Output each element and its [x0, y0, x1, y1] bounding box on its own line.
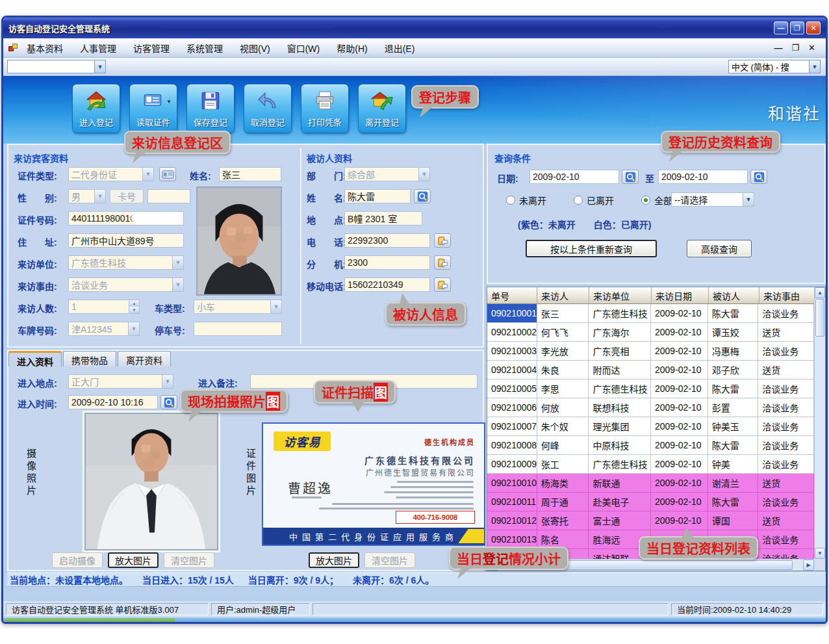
gender-combo[interactable]: 男▼ [68, 189, 106, 203]
date-from-field[interactable]: 2009-02-10 [529, 170, 619, 184]
table-row[interactable]: 090210004朱良附而达2009-02-10邓子欣送货 [487, 361, 814, 380]
vertical-scrollbar[interactable]: ▲ ▼ [814, 287, 825, 559]
column-header-0[interactable]: 单号 [487, 287, 537, 304]
menu-item-2[interactable]: 访客管理 [133, 42, 170, 55]
column-header-4[interactable]: 被访人 [709, 287, 759, 304]
column-header-3[interactable]: 来访日期 [652, 287, 709, 304]
menu-item-7[interactable]: 退出(E) [385, 42, 415, 55]
menu-item-5[interactable]: 窗口(W) [287, 42, 320, 55]
radio-2[interactable]: 全部 [641, 194, 672, 207]
tab-1[interactable]: 携带物品 [63, 351, 116, 367]
menu-item-6[interactable]: 帮助(H) [337, 42, 367, 55]
scroll-right-icon[interactable]: ▶ [803, 560, 814, 571]
search-person-button[interactable] [414, 189, 431, 203]
quick-select-combo[interactable]: ▼ [7, 60, 106, 73]
tab-0[interactable]: 进入资料 [8, 351, 62, 367]
tab-2[interactable]: 离开资料 [118, 351, 171, 367]
chevron-down-icon[interactable]: ▼ [809, 60, 820, 73]
address-field[interactable]: 广州市中山大道89号 [68, 233, 184, 248]
scroll-down-icon[interactable]: ▼ [815, 548, 825, 559]
toolbar-button-0[interactable]: 进入登记 [72, 84, 120, 133]
table-row[interactable]: 090210011周于通赴美电子2009-02-10陈大雷洽谈业务 [487, 493, 814, 511]
toolbar-button-3[interactable]: 取消登记 [244, 84, 292, 133]
toolbar-button-1[interactable]: ▼读取证件 [129, 84, 177, 133]
column-header-1[interactable]: 来访人 [537, 287, 589, 304]
unit-value: 广东德生科技 [71, 256, 126, 269]
scroll-up-icon[interactable]: ▲ [815, 287, 825, 298]
mobile-field[interactable]: 15602210349 [344, 277, 430, 292]
count-value: 1 [71, 302, 77, 312]
sms-ext-button[interactable] [434, 255, 451, 270]
entry-time-picker-button[interactable] [160, 395, 177, 409]
menu-item-0[interactable]: 基本资料 [27, 42, 63, 55]
entry-place-combo[interactable]: 正大门▼ [68, 374, 173, 389]
count-spinner[interactable]: 1▲▼ [68, 300, 140, 314]
toolbar-button-5[interactable]: 离开登记 [358, 84, 406, 133]
idno-field[interactable]: 4401111980010 [68, 211, 184, 225]
close-icon[interactable]: ✕ [806, 21, 821, 34]
radio-0[interactable]: 未离开 [506, 194, 546, 207]
chevron-down-icon[interactable]: ▼ [94, 60, 105, 73]
sms-mobile-button[interactable] [434, 277, 451, 292]
statusbar-time: 当前时间:2009-02-10 14:40:29 [671, 603, 823, 615]
unit-combo[interactable]: 广东德生科技▼ [68, 255, 184, 270]
button-scan-buttons-1[interactable]: 清空图片 [364, 552, 415, 568]
table-row[interactable]: 090210009张工广东德生科技2009-02-10钟美洽谈业务 [487, 455, 814, 474]
idno-label: 证件号码: [18, 213, 57, 226]
mdi-restore-icon[interactable]: ❐ [791, 43, 799, 53]
column-header-5[interactable]: 来访事由 [759, 287, 815, 304]
menu-item-1[interactable]: 人事管理 [80, 42, 116, 55]
button-cam-buttons-0[interactable]: 启动摄像 [52, 552, 103, 568]
button-cam-buttons-2[interactable]: 清空图片 [164, 552, 214, 568]
entry-time-field[interactable]: 2009-02-10 10:16 [68, 395, 158, 409]
column-header-2[interactable]: 来访单位 [589, 287, 652, 304]
place-field[interactable]: B幢 2301 室 [344, 211, 422, 225]
read-card-mini-button[interactable] [159, 167, 176, 181]
sms-phone-button[interactable] [434, 233, 451, 248]
mdi-close-icon[interactable]: ✕ [808, 43, 815, 53]
requery-button[interactable]: 按以上条件重新查询 [526, 240, 657, 257]
chevron-down-icon: ▼ [743, 193, 754, 206]
table-row[interactable]: 090210007朱个奴理光集团2009-02-10钟美玉洽谈业务 [487, 417, 814, 436]
parking-field[interactable] [194, 322, 282, 336]
table-row[interactable]: 090210010杨海类新联通2009-02-10谢清兰送货 [487, 474, 814, 493]
toolbar-button-4[interactable]: 打印凭条 [301, 84, 349, 133]
visitor-name-field[interactable]: 张三 [219, 167, 281, 181]
table-row[interactable]: 090210001张三广东德生科技2009-02-10陈大雷洽谈业务 [487, 304, 814, 323]
restore-icon[interactable]: ❐ [790, 21, 804, 34]
date-from-picker-button[interactable] [622, 170, 639, 184]
date-to-picker-button[interactable] [750, 170, 767, 184]
table-row[interactable]: 090210008何峰中原科技2009-02-10陈大雷洽谈业务 [487, 436, 814, 455]
status-select[interactable]: --请选择▼ [671, 192, 754, 207]
mobile-label: 移动电话: [307, 279, 346, 292]
phone-field[interactable]: 22992300 [344, 233, 430, 248]
menu-item-4[interactable]: 视图(V) [240, 42, 270, 55]
minimize-icon[interactable]: — [774, 21, 788, 34]
plate-combo[interactable]: 津A12345▼ [68, 322, 140, 336]
card-number-field[interactable] [147, 189, 190, 203]
table-row[interactable]: 090210002何飞飞广东海尔2009-02-10谭玉姣送货 [487, 323, 814, 342]
spinner-arrows-icon[interactable]: ▲▼ [129, 300, 139, 313]
table-row[interactable]: 090210006何放联想科技2009-02-10彭置洽谈业务 [487, 398, 814, 417]
advanced-query-button[interactable]: 高级查询 [687, 240, 752, 257]
reason-combo[interactable]: 洽谈业务▼ [68, 277, 184, 292]
date-to-field[interactable]: 2009-02-10 [658, 170, 748, 184]
scrollbar-thumb[interactable] [815, 299, 824, 337]
mdi-minimize-icon[interactable]: — [774, 43, 782, 53]
cartype-combo[interactable]: 小车▼ [194, 300, 282, 314]
visited-name-field[interactable]: 陈大雷 [344, 189, 411, 203]
button-cam-buttons-1[interactable]: 放大图片 [108, 552, 159, 568]
table-row[interactable]: 090210012张寄托富士通2009-02-10谭国送货 [487, 511, 814, 530]
language-bar[interactable]: 中文 (简体) - 搜 ▼ [728, 60, 821, 73]
button-scan-buttons-0[interactable]: 放大图片 [309, 552, 359, 568]
toolbar-button-2[interactable]: 保存登记 [186, 84, 235, 133]
dept-combo[interactable]: 综合部▼ [344, 167, 430, 181]
menu-item-3[interactable]: 系统管理 [186, 42, 223, 55]
table-row[interactable]: 090210003李光放广东亮相2009-02-10冯惠梅洽谈业务 [487, 342, 814, 361]
radio-1[interactable]: 已离开 [574, 194, 614, 207]
ext-field[interactable]: 2300 [344, 255, 430, 270]
table-row[interactable]: 090210005李思广东德生科技2009-02-10陈大雷洽谈业务 [487, 380, 814, 398]
table-cell: 广东德生科技 [589, 380, 651, 398]
idtype-combo[interactable]: 二代身份证▼ [68, 167, 154, 181]
card-number-button[interactable]: 卡号 [110, 189, 144, 203]
